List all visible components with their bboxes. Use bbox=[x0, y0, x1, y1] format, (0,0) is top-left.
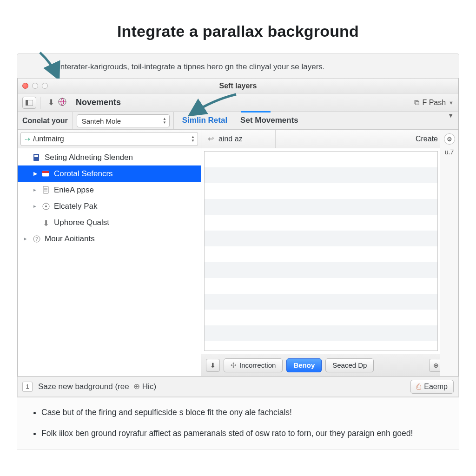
seaced-button[interactable]: Seaced Dp bbox=[325, 358, 374, 372]
svg-text:?: ? bbox=[35, 236, 38, 242]
doc-badge-icon bbox=[33, 153, 41, 162]
intro-text: Interater-karigrouds, toil-integrate a t… bbox=[17, 54, 459, 78]
chevron-down-icon[interactable]: ▼ bbox=[449, 100, 454, 106]
page-title: Integrate a parallax background bbox=[17, 22, 459, 40]
column-header-1[interactable]: ↩ aind az bbox=[201, 130, 276, 148]
minimize-dot-icon[interactable] bbox=[32, 83, 38, 89]
column-create-label[interactable]: Create bbox=[416, 135, 438, 143]
tree-label: EnieA ppse bbox=[54, 185, 94, 195]
disk-icon bbox=[42, 202, 50, 211]
tree-label: Corotal Sefencrs bbox=[54, 169, 113, 178]
panel-toggle-button[interactable] bbox=[22, 97, 36, 109]
svg-rect-7 bbox=[42, 171, 49, 173]
button-label: Incorrection bbox=[239, 361, 276, 369]
gear-icon[interactable]: ⚙ bbox=[444, 133, 455, 145]
tree-item-elcately[interactable]: ▸ Elcately Pak bbox=[18, 198, 201, 214]
tree-label: Mour Aoitiants bbox=[45, 234, 95, 244]
window-title: Seft layers bbox=[18, 82, 458, 90]
page-icon bbox=[42, 186, 50, 194]
tabs-overflow-icon[interactable]: ▼ bbox=[448, 112, 458, 129]
print-icon: ⎙ bbox=[416, 383, 421, 391]
path-stepper-icon[interactable]: ▲▼ bbox=[191, 135, 195, 143]
sidebar-tree: Seting Aldneting Slenden ▶ Corotal Sefen… bbox=[18, 148, 201, 376]
tree-item-mour[interactable]: ▸ ? Mour Aoitiants bbox=[18, 231, 201, 247]
path-input[interactable]: ⇢/untmairg ▲▼ bbox=[20, 132, 198, 146]
back-small-icon: ↩ bbox=[208, 134, 214, 143]
incorrection-button[interactable]: ✣ Incorrection bbox=[224, 358, 283, 372]
svg-point-13 bbox=[45, 205, 47, 207]
eaemp-button[interactable]: ⎙ Eaemp bbox=[410, 380, 454, 394]
close-dot-icon[interactable] bbox=[22, 83, 28, 89]
svg-rect-4 bbox=[34, 155, 38, 156]
window-controls[interactable] bbox=[18, 83, 48, 89]
status-bar: 1 Saze new badground (ree ⊕ Hic) ⎙ Eaemp bbox=[17, 377, 459, 397]
column-header-label: aind az bbox=[218, 135, 243, 143]
filter-label: Conelat your bbox=[18, 112, 73, 129]
right-gutter: ⚙ u.7 bbox=[440, 130, 458, 376]
tree-label: Elcately Pak bbox=[54, 202, 98, 211]
svg-rect-5 bbox=[34, 156, 38, 157]
globe-icon[interactable] bbox=[58, 98, 66, 108]
plus-circle-icon[interactable]: ⊕ bbox=[133, 382, 140, 391]
results-grid[interactable] bbox=[204, 151, 438, 351]
app-window: Seft layers ⬇ Novements ⧉ F Pash bbox=[17, 78, 459, 377]
note-item: Folk iilox ben ground royrafur affiect a… bbox=[41, 428, 440, 439]
caret-right-icon: ▸ bbox=[24, 236, 29, 242]
stepper-icon[interactable]: ▲▼ bbox=[163, 117, 166, 125]
toolbar-right-label: F Pash bbox=[422, 99, 446, 107]
filter-select[interactable]: Santeh Mole ▲▼ bbox=[77, 114, 170, 127]
tree-item-uphoree[interactable]: ⬇ Uphoree Qualst bbox=[18, 214, 201, 231]
caret-right-icon: ▶ bbox=[33, 171, 38, 177]
tree-label: Uphoree Qualst bbox=[54, 218, 109, 227]
tree-item-eniea[interactable]: ▸ EnieA ppse bbox=[18, 182, 201, 198]
button-label: Eaemp bbox=[424, 383, 448, 391]
help-icon: ? bbox=[33, 235, 41, 243]
step-number: 1 bbox=[22, 382, 33, 392]
tag-small-icon: ✣ bbox=[231, 361, 237, 370]
tree-label: Seting Aldneting Slenden bbox=[45, 153, 133, 162]
tab-set-movements[interactable]: Set Movements bbox=[238, 112, 300, 129]
download-small-icon: ⬇ bbox=[42, 218, 50, 227]
svg-rect-1 bbox=[26, 100, 28, 106]
footer-download-button[interactable]: ⬇ bbox=[206, 359, 220, 372]
notes-list: Case but of the firing and sepulficside … bbox=[17, 397, 459, 450]
zoom-dot-icon[interactable] bbox=[42, 83, 48, 89]
benoy-primary-button[interactable]: Benoy bbox=[286, 358, 322, 372]
tab-simlin-retal[interactable]: Simlin Retal bbox=[180, 112, 229, 129]
caret-right-icon: ▸ bbox=[33, 187, 38, 193]
tree-item-corotal[interactable]: ▶ Corotal Sefencrs bbox=[18, 165, 201, 182]
layout-icon[interactable]: ⧉ bbox=[414, 99, 419, 107]
download-icon[interactable]: ⬇ bbox=[48, 98, 54, 107]
tree-item-seting[interactable]: Seting Aldneting Slenden bbox=[18, 149, 201, 165]
gutter-version: u.7 bbox=[445, 148, 454, 156]
module-icon bbox=[42, 170, 50, 178]
filter-select-value: Santeh Mole bbox=[82, 117, 121, 125]
path-scheme-icon: ⇢ bbox=[25, 135, 30, 143]
note-item: Case but of the firing and sepulficside … bbox=[41, 407, 440, 418]
toolbar-section-label: Novements bbox=[76, 98, 121, 107]
status-text: Saze new badground (ree ⊕ Hic) bbox=[38, 382, 156, 391]
path-value: /untmairg bbox=[33, 135, 64, 143]
caret-right-icon: ▸ bbox=[33, 203, 38, 209]
